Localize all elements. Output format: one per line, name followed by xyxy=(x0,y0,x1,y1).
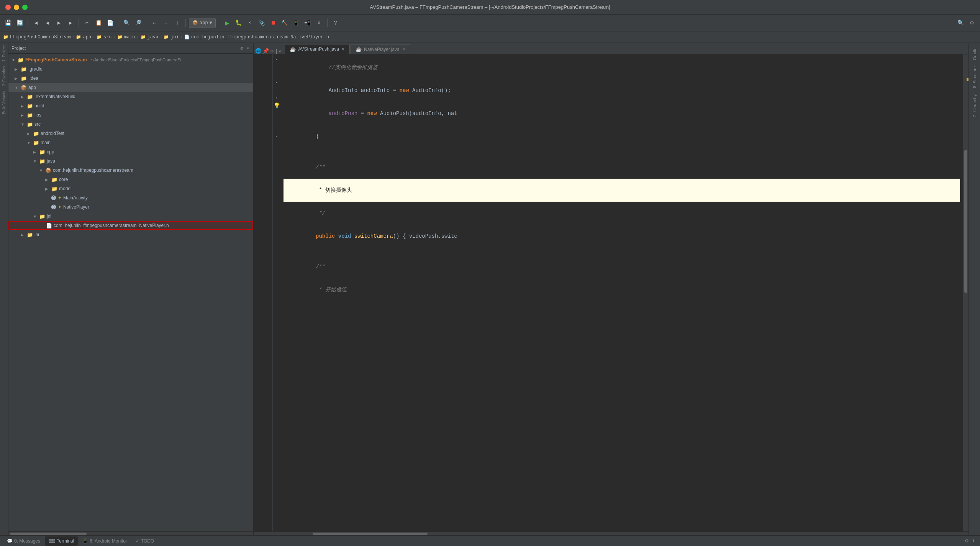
tree-item-app[interactable]: ▼ 📦 app xyxy=(8,83,253,92)
tree-item-header-file[interactable]: ▶ 📄 com_hejunlin_ffmpegpushcamerastream_… xyxy=(8,221,253,230)
globe-icon[interactable]: 🌐 xyxy=(255,48,261,54)
nav-back-btn[interactable]: ← xyxy=(149,18,159,28)
app-selector[interactable]: 📦 app ▼ xyxy=(189,18,216,28)
paste-btn[interactable]: 📄 xyxy=(105,18,115,28)
help-btn[interactable]: ? xyxy=(331,18,341,28)
vertical-scrollbar[interactable] xyxy=(963,54,969,531)
breadcrumb-item-header[interactable]: 📄 com_hejunlin_ffmpegpushcamerastream_Na… xyxy=(184,35,329,40)
tree-item-gradle[interactable]: ▶ 📁 .gradle xyxy=(8,64,253,74)
tree-item-root[interactable]: ▼ 📁 FFmpegPushCameraStream ~/AndroidStud… xyxy=(8,55,253,64)
project-gear-icon[interactable]: ▾ xyxy=(246,44,250,52)
tree-item-main-activity[interactable]: ▶ 🅒 ✦ MainActivity xyxy=(8,193,253,202)
breadcrumb-item-main[interactable]: 📁 main xyxy=(117,35,135,40)
tree-item-idea[interactable]: ▶ 📁 .idea xyxy=(8,74,253,83)
tree-item-jni-folder[interactable]: ▼ 📁 jni xyxy=(8,212,253,221)
stop-btn[interactable]: ⏹ xyxy=(268,18,278,28)
arrow-root: ▼ xyxy=(11,58,16,62)
tree-item-ini[interactable]: ▶ 📁 ini xyxy=(8,230,253,239)
sidebar-tab-favorites[interactable]: 2: Favorites xyxy=(1,64,7,88)
terminal-settings-icon[interactable]: ⚙ xyxy=(964,537,970,545)
fold-icon-2[interactable]: ▸ xyxy=(274,79,280,87)
nav-fwd-btn[interactable]: → xyxy=(161,18,171,28)
find-btn[interactable]: 🔍 xyxy=(121,18,131,28)
minimize-button[interactable] xyxy=(14,5,19,10)
code-line-7: * 切换摄像头 xyxy=(284,179,960,202)
redo-btn[interactable]: ▶ xyxy=(54,18,64,28)
breadcrumb-item-jni[interactable]: 📁 jni xyxy=(164,35,179,40)
gradle-btn[interactable]: 🔨 xyxy=(280,18,290,28)
tab-messages[interactable]: 💬 0: Messages xyxy=(3,536,44,546)
tree-item-cpp[interactable]: ▶ 📁 cpp xyxy=(8,147,253,156)
tab-nativeplayer[interactable]: ☕ NativePlayer.java ✕ xyxy=(351,44,410,54)
settings-btn[interactable]: ⚙ xyxy=(967,18,977,28)
avd-btn[interactable]: 📲 xyxy=(303,18,313,28)
tree-item-package[interactable]: ▼ 📦 com.hejunlin.ffmpegpushcamerastream xyxy=(8,166,253,175)
pin-icon[interactable]: 📌 xyxy=(263,48,269,54)
copy-btn[interactable]: 📋 xyxy=(93,18,103,28)
sidebar-tab-gradle[interactable]: Gradle xyxy=(971,44,978,63)
tab-android-monitor[interactable]: 📱 6: Android Monitor xyxy=(79,536,131,546)
search-btn[interactable]: 🔍 xyxy=(955,18,965,28)
sdk-btn[interactable]: 📱 xyxy=(291,18,301,28)
tab-todo[interactable]: ✓ TODO xyxy=(132,536,158,546)
breadcrumb-item-app[interactable]: 📁 app xyxy=(76,35,91,40)
tab-close-1[interactable]: ✕ xyxy=(341,47,345,52)
undo-btn[interactable]: ◀ xyxy=(31,18,41,28)
tree-item-build[interactable]: ▶ 📁 build xyxy=(8,101,253,110)
close-button[interactable] xyxy=(5,5,11,10)
arrow-jni-folder: ▼ xyxy=(33,214,38,219)
editor-hscroll[interactable] xyxy=(254,531,969,535)
tree-item-native-player[interactable]: ▶ 🅒 ✦ NativePlayer xyxy=(8,202,253,212)
right-sidebar: Gradle 8: Structure Z: Hierarchy xyxy=(969,43,980,535)
run-btn[interactable]: ▶ xyxy=(222,18,232,28)
tree-item-model[interactable]: ▶ 📁 model xyxy=(8,184,253,193)
folder-icon-gradle: 📁 xyxy=(21,66,27,72)
breadcrumb-item-src[interactable]: 📁 src xyxy=(97,35,112,40)
sync-btn[interactable]: 🔄 xyxy=(15,18,25,28)
tree-item-libs[interactable]: ▶ 📁 libs xyxy=(8,110,253,120)
tab-avstreampush[interactable]: ☕ AVStreamPush.java ✕ xyxy=(285,44,350,54)
tree-item-main[interactable]: ▼ 📁 main xyxy=(8,138,253,147)
debug-btn[interactable]: 🐛 xyxy=(234,18,244,28)
bulb-icon-1[interactable]: 💡 xyxy=(274,102,280,110)
sidebar-tab-project[interactable]: 1: Project xyxy=(1,43,7,64)
tab-close-2[interactable]: ✕ xyxy=(402,47,405,52)
folder-icon-build: 📁 xyxy=(27,103,33,109)
fold-icon-3[interactable]: ▸ xyxy=(274,94,280,102)
terminal-close-icon[interactable]: ⬇ xyxy=(971,537,977,545)
arrow-main: ▼ xyxy=(27,141,31,145)
sdk2-btn[interactable]: ⬇ xyxy=(314,18,324,28)
tree-item-ext-native[interactable]: ▶ 📁 .externalNativeBuild xyxy=(8,92,253,101)
sidebar-tab-build-variants[interactable]: Build Variants xyxy=(1,89,7,117)
cut-btn[interactable]: ✂ xyxy=(82,18,92,28)
attach-btn[interactable]: 📎 xyxy=(257,18,267,28)
main-layout: 1: Project 2: Favorites Build Variants P… xyxy=(0,43,980,535)
project-settings-icon[interactable]: ⚙ xyxy=(239,44,244,52)
project-panel-hscroll-thumb xyxy=(10,533,87,535)
tree-item-java-folder[interactable]: ▼ 📁 java xyxy=(8,156,253,166)
sidebar-tab-structure[interactable]: 8: Structure xyxy=(971,63,978,91)
breadcrumb-item-root[interactable]: 📁 FFmpegPushCameraStream xyxy=(3,35,70,40)
folder-icon-core: 📁 xyxy=(51,177,57,183)
maximize-button[interactable] xyxy=(22,5,28,10)
project-panel-hscroll[interactable] xyxy=(8,531,253,535)
arrow-model: ▶ xyxy=(45,187,50,191)
breadcrumb-item-java[interactable]: 📁 java xyxy=(141,35,159,40)
tab-terminal[interactable]: ⌨ Terminal xyxy=(45,536,78,546)
tree-item-src[interactable]: ▼ 📁 src xyxy=(8,120,253,129)
nav-up-btn[interactable]: ↑ xyxy=(172,18,182,28)
coverage-btn[interactable]: ⚡ xyxy=(245,18,255,28)
cog-icon[interactable]: ⚙ xyxy=(270,48,274,54)
fold-icon-4[interactable]: ▸ xyxy=(274,133,280,140)
left-sidebar-tabs: 1: Project 2: Favorites Build Variants xyxy=(0,43,8,535)
code-editor[interactable]: //实例化音频推流器 AudioInfo audioInfo = new Aud… xyxy=(280,54,963,531)
save-btn[interactable]: 💾 xyxy=(3,18,13,28)
tree-item-android-test[interactable]: ▶ 📁 androidTest xyxy=(8,129,253,138)
tree-item-core[interactable]: ▶ 📁 core xyxy=(8,175,253,184)
redo2-btn[interactable]: ▶ xyxy=(66,18,75,28)
find2-btn[interactable]: 🔎 xyxy=(133,18,143,28)
fold-icon-1[interactable]: ▸ xyxy=(274,56,280,64)
align-icon[interactable]: |◂ xyxy=(275,48,281,54)
undo2-btn[interactable]: ◀ xyxy=(43,18,52,28)
sidebar-tab-hierarchy[interactable]: Z: Hierarchy xyxy=(971,91,978,120)
